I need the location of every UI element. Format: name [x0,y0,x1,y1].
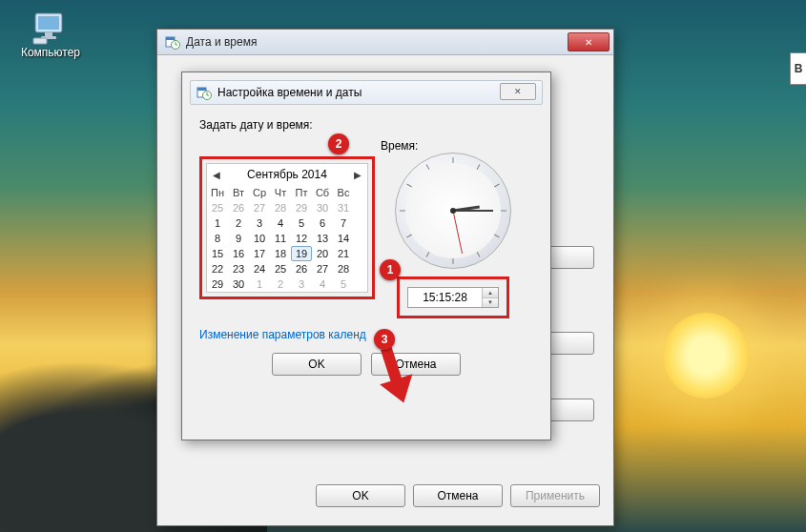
right-edge-tab[interactable]: В [790,52,806,85]
time-label: Время: [381,139,418,153]
calendar-day[interactable]: 20 [312,246,333,261]
calendar-day[interactable]: 24 [249,261,270,276]
calendar-day[interactable]: 17 [249,246,270,261]
prompt-label: Задать дату и время: [199,118,533,132]
calendar-weekday: Пн [207,185,228,200]
calendar-day[interactable]: 4 [270,215,291,231]
parent-cancel-button[interactable]: Отмена [413,484,503,507]
spinner-down-icon[interactable]: ▼ [483,298,498,308]
calendar-day[interactable]: 22 [207,261,228,276]
second-hand [453,211,464,254]
calendar-day[interactable]: 12 [291,231,312,246]
calendar-day[interactable]: 3 [249,215,270,231]
calendar-day[interactable]: 4 [312,276,333,292]
minute-hand [453,210,493,212]
desktop-icon-label: Компьютер [17,46,84,59]
svg-rect-1 [38,16,59,30]
calendar-day[interactable]: 7 [333,215,354,231]
next-month-button[interactable]: ▶ [354,170,362,180]
calendar-settings-link[interactable]: Изменение параметров календ [199,328,366,341]
annotation-arrow-icon [380,341,427,408]
clock-calendar-icon [196,85,212,100]
time-column: 15:15:28 ▲ ▼ [382,153,525,318]
clock-center [450,208,456,214]
calendar-weekday: Чт [270,185,291,200]
computer-icon [31,11,70,46]
analog-clock [395,153,511,269]
close-button[interactable]: ✕ [568,32,610,51]
calendar-day[interactable]: 13 [312,231,333,246]
calendar-day[interactable]: 26 [228,200,249,215]
calendar-day[interactable]: 23 [228,261,249,276]
calendar-day[interactable]: 8 [207,231,228,246]
svg-rect-4 [33,38,47,44]
time-spinner[interactable]: ▲ ▼ [482,288,498,307]
dialog-title: Дата и время [186,35,568,49]
calendar-day[interactable]: 27 [249,200,270,215]
calendar-day[interactable]: 6 [312,215,333,231]
calendar-day[interactable]: 25 [270,261,291,276]
calendar-day[interactable]: 16 [228,246,249,261]
calendar-day[interactable]: 5 [291,215,312,231]
calendar-day[interactable]: 26 [291,261,312,276]
calendar-day[interactable]: 27 [312,261,333,276]
time-value[interactable]: 15:15:28 [408,288,482,307]
svg-rect-2 [45,32,52,36]
calendar-day[interactable]: 21 [333,246,354,261]
calendar-weekday: Вс [333,185,354,200]
calendar-day[interactable]: 1 [207,215,228,231]
calendar-day[interactable]: 15 [207,246,228,261]
calendar-day[interactable]: 11 [270,231,291,246]
calendar-day[interactable]: 30 [312,200,333,215]
parent-ok-button[interactable]: OK [316,484,405,507]
calendar-day[interactable]: 9 [228,231,249,246]
calendar-day[interactable]: 19 [291,246,312,261]
calendar-weekday: Сб [312,185,333,200]
calendar-day[interactable]: 28 [333,261,354,276]
child-ok-button[interactable]: OK [272,353,362,376]
calendar-day[interactable]: 25 [207,200,228,215]
calendar-day[interactable]: 29 [207,276,228,292]
time-highlight-box: 15:15:28 ▲ ▼ [397,276,509,318]
time-input[interactable]: 15:15:28 ▲ ▼ [407,287,499,308]
annotation-bubble-3: 3 [374,329,395,350]
calendar-day[interactable]: 2 [270,276,291,292]
annotation-bubble-1: 1 [380,259,401,280]
clock-calendar-icon [165,34,180,50]
svg-rect-9 [197,88,206,91]
calendar-weekday: Ср [249,185,270,200]
calendar-day[interactable]: 3 [291,276,312,292]
calendar-weekday: Вт [228,185,249,200]
child-close-button[interactable]: ✕ [500,83,536,100]
calendar-day[interactable]: 2 [228,215,249,231]
child-dialog-title: Настройка времени и даты [217,86,362,99]
calendar-day[interactable]: 1 [249,276,270,292]
date-label [199,139,381,153]
calendar-day[interactable]: 14 [333,231,354,246]
desktop-icon-computer[interactable]: Компьютер [17,11,84,59]
calendar-day[interactable]: 28 [270,200,291,215]
parent-apply-button: Применить [510,484,600,507]
calendar-highlight-box: ◀ Сентябрь 2014 ▶ ПнВтСрЧтПтСбВс25262728… [199,156,375,299]
calendar-day[interactable]: 30 [228,276,249,292]
prev-month-button[interactable]: ◀ [213,170,220,180]
titlebar[interactable]: Дата и время ✕ [157,30,613,55]
calendar[interactable]: ◀ Сентябрь 2014 ▶ ПнВтСрЧтПтСбВс25262728… [206,163,368,293]
calendar-month-label[interactable]: Сентябрь 2014 [247,168,327,181]
calendar-day[interactable]: 10 [249,231,270,246]
calendar-day[interactable]: 31 [333,200,354,215]
desktop-wallpaper: Компьютер В Дата и время ✕ OK Отмена При… [0,0,806,532]
calendar-weekday: Пт [291,185,312,200]
child-title-area: Настройка времени и даты ✕ [190,80,543,105]
calendar-day[interactable]: 29 [291,200,312,215]
calendar-day[interactable]: 5 [333,276,354,292]
wallpaper-sun [663,313,749,399]
spinner-up-icon[interactable]: ▲ [483,288,498,298]
calendar-day[interactable]: 18 [270,246,291,261]
svg-rect-6 [166,37,175,40]
annotation-bubble-2: 2 [328,133,349,154]
